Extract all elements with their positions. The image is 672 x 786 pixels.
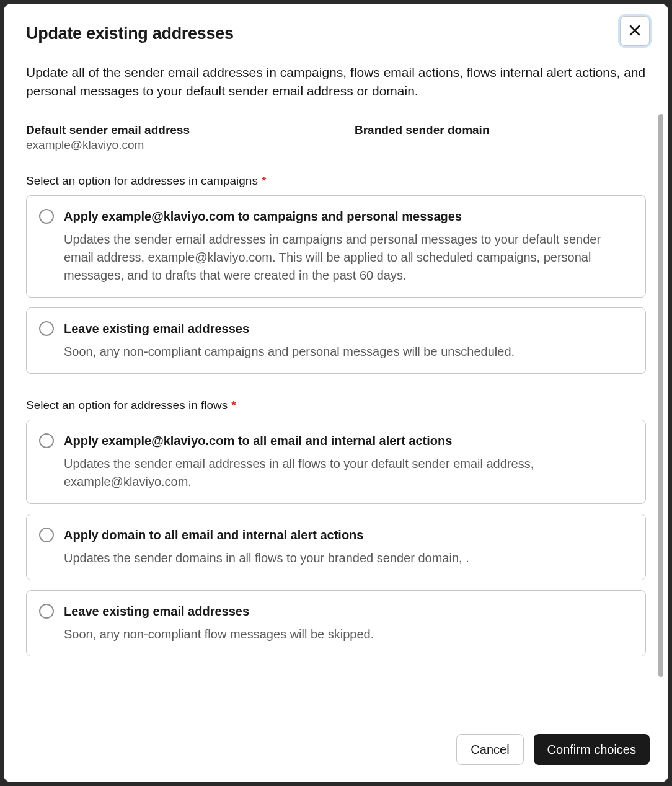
scrollbar-thumb[interactable] — [658, 114, 663, 677]
option-description: Soon, any non-compliant flow messages wi… — [64, 625, 632, 643]
scrollbar-track — [658, 114, 663, 677]
radio-icon — [39, 528, 54, 542]
cancel-button[interactable]: Cancel — [456, 734, 523, 765]
branded-domain-label: Branded sender domain — [355, 123, 646, 137]
campaigns-group-label: Select an option for addresses in campai… — [26, 174, 646, 188]
branded-domain-block: Branded sender domain — [355, 123, 646, 152]
flows-option-leave[interactable]: Leave existing email addresses Soon, any… — [26, 590, 646, 656]
modal-body: Update all of the sender email addresses… — [4, 52, 668, 722]
modal-title: Update existing addresses — [26, 24, 234, 43]
option-title: Leave existing email addresses — [64, 603, 632, 619]
campaigns-group-label-text: Select an option for addresses in campai… — [26, 174, 258, 187]
radio-content: Apply example@klaviyo.com to campaigns a… — [64, 208, 632, 285]
default-sender-block: Default sender email address example@kla… — [26, 123, 317, 152]
required-asterisk-icon: * — [262, 174, 266, 187]
option-description: Updates the sender domains in all flows … — [64, 549, 632, 567]
radio-icon — [39, 209, 54, 224]
flows-group-label-text: Select an option for addresses in flows — [26, 399, 228, 412]
update-addresses-modal: Update existing addresses Update all of … — [4, 4, 668, 782]
required-asterisk-icon: * — [231, 399, 236, 412]
option-description: Updates the sender email addresses in al… — [64, 455, 632, 491]
modal-header: Update existing addresses — [4, 4, 668, 52]
modal-footer: Cancel Confirm choices — [4, 722, 668, 782]
radio-content: Apply example@klaviyo.com to all email a… — [64, 433, 632, 491]
sender-info-row: Default sender email address example@kla… — [26, 123, 646, 152]
option-title: Apply example@klaviyo.com to campaigns a… — [64, 208, 632, 224]
campaigns-option-apply[interactable]: Apply example@klaviyo.com to campaigns a… — [26, 195, 646, 298]
flows-option-apply-domain[interactable]: Apply domain to all email and internal a… — [26, 514, 646, 580]
option-title: Leave existing email addresses — [64, 320, 632, 337]
campaigns-option-leave[interactable]: Leave existing email addresses Soon, any… — [26, 307, 646, 374]
confirm-button[interactable]: Confirm choices — [534, 734, 650, 765]
radio-content: Leave existing email addresses Soon, any… — [64, 603, 632, 643]
radio-icon — [39, 321, 54, 336]
modal-description: Update all of the sender email addresses… — [26, 63, 646, 101]
option-title: Apply domain to all email and internal a… — [64, 527, 632, 543]
radio-icon — [39, 433, 54, 448]
option-description: Updates the sender email addresses in ca… — [64, 231, 632, 285]
option-title: Apply example@klaviyo.com to all email a… — [64, 433, 632, 449]
close-icon — [627, 23, 642, 40]
radio-content: Leave existing email addresses Soon, any… — [64, 320, 632, 361]
default-sender-value: example@klaviyo.com — [26, 138, 317, 152]
default-sender-label: Default sender email address — [26, 123, 317, 137]
flows-radio-group: Apply example@klaviyo.com to all email a… — [26, 420, 646, 656]
close-button[interactable] — [620, 16, 650, 46]
radio-icon — [39, 604, 54, 619]
option-description: Soon, any non-compliant campaigns and pe… — [64, 343, 632, 361]
campaigns-radio-group: Apply example@klaviyo.com to campaigns a… — [26, 195, 646, 374]
flows-group-label: Select an option for addresses in flows* — [26, 399, 646, 412]
radio-content: Apply domain to all email and internal a… — [64, 527, 632, 567]
flows-option-apply-email[interactable]: Apply example@klaviyo.com to all email a… — [26, 420, 646, 504]
